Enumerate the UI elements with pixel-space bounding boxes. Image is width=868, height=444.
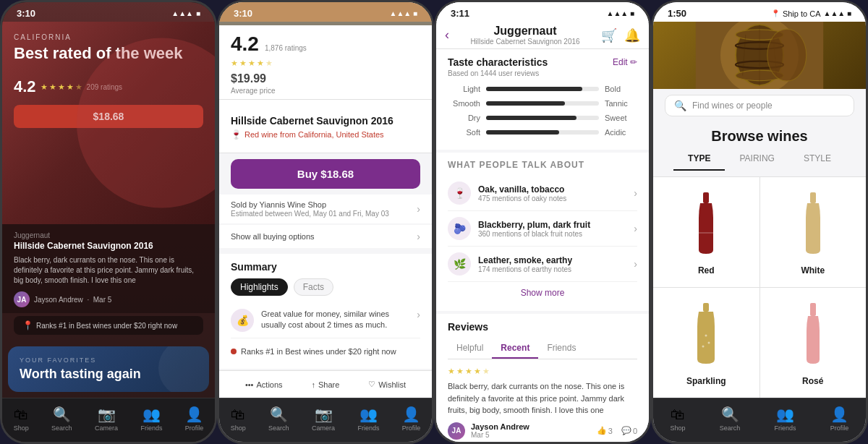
camera-icon-1: 📷 [98,406,116,423]
nav-shop-2[interactable]: 🛍 Shop [225,405,252,433]
leather-chevron: › [634,258,637,270]
review-like-btn[interactable]: 👍 3 [597,426,613,435]
nav-profile-2[interactable]: 👤 Profile [396,404,427,433]
taste-fill-soft-acidic [486,130,559,135]
share-btn-2[interactable]: ↑ Share [305,377,345,392]
taste-fill-smooth-tannic [486,101,565,106]
nav-shop-4[interactable]: 🛍 Shop [665,405,692,433]
nav-friends-4[interactable]: 👥 Friends [769,404,802,433]
search-icon-nav-1: 🔍 [53,406,71,423]
nav-camera-1[interactable]: 📷 Camera [89,404,124,433]
browse-tab-pairing[interactable]: PAIRING [725,148,788,171]
highlights-tab-2[interactable]: Highlights [231,278,288,296]
shop-icon-2: 🛍 [231,406,245,423]
origin-text-2: Red wine from California, United States [244,130,384,139]
camera-icon-2: 📷 [315,406,333,423]
status-bar-4: 1:50 📍 Ship to CA ▲▲▲ ■ [653,2,866,22]
review-tab-helpful[interactable]: Helpful [448,338,492,359]
talk-item-leather[interactable]: 🌿 Leather, smoke, earthy 174 mentions of… [448,247,637,282]
actions-btn-2[interactable]: ••• Actions [239,377,289,392]
nav-profile-4[interactable]: 👤 Profile [825,404,855,433]
browse-tab-type[interactable]: TYPE [673,148,725,171]
review-comment-btn[interactable]: 💬 0 [621,426,637,435]
wine-type-sparkling[interactable]: Sparkling [653,288,760,398]
search-bar-4[interactable]: 🔍 Find wines or people [665,95,854,116]
status-bar-3: 3:11 ▲▲▲ ■ [436,2,649,22]
taste-bar-dry-sweet [486,116,599,120]
wine-name-section-2: Juggernaut Hillside Cabernet Sauvignon 2… [219,100,432,153]
back-button-3[interactable]: ‹ [445,27,449,43]
bottom-nav-2: 🛍 Shop 🔍 Search 📷 Camera 👥 Friends 👤 Pro… [219,398,432,442]
rank-badge-1: 📍 Ranks #1 in Best wines under $20 right… [14,316,203,335]
phone-3: 3:11 ▲▲▲ ■ ‹ Juggernaut Hillside Caberne… [434,0,651,444]
wine-type-white[interactable]: White [760,177,867,287]
status-bar-1: 3:10 ▲▲▲ ■ [2,2,215,22]
hf-tabs-2: Highlights Facts [231,278,420,296]
sold-by-row-2[interactable]: Sold by Yiannis Wine Shop Estimated betw… [219,195,432,223]
show-more-btn-3[interactable]: Show more [448,282,637,304]
review-tab-recent[interactable]: Recent [492,338,538,359]
barrel-image-4 [653,22,866,89]
talk-item-blackberry[interactable]: 🫐 Blackberry, plum, dark fruit 360 menti… [448,211,637,247]
p2-star-5: ★ [265,59,273,68]
rating-row-1: 4.2 ★ ★ ★ ★ ★ 209 ratings [14,77,203,96]
nav-friends-1[interactable]: 👥 Friends [135,404,168,433]
rating-big-row-2: 4.2 1,876 ratings [231,33,420,56]
wine-type-rose[interactable]: Rosé [760,288,867,398]
sparkling-bottle-wrap [688,299,724,372]
svg-rect-22 [703,192,709,203]
nav-profile-label-1: Profile [185,424,204,432]
browse-tab-style[interactable]: STYLE [789,148,846,171]
phone3-nav-row: ‹ Juggernaut Hillside Cabernet Sauvignon… [436,22,649,48]
wishlist-btn-2[interactable]: ♡ Wishlist [362,377,412,392]
review-reviewer-date: Mar 5 [471,431,591,439]
taste-bar-light-bold [486,87,599,91]
star-4: ★ [67,82,74,92]
nav-shop-label-2: Shop [231,424,246,432]
wifi-3: ▲▲▲ ■ [606,9,634,17]
review-stars-3: ★ ★ ★ ★ ★ [448,367,637,376]
header-icons-3: 🛒 🔔 [601,27,640,43]
bell-icon-3[interactable]: 🔔 [624,27,640,43]
bottom-card-1: YOUR FAVORITES Worth tasting again [8,346,209,392]
search-input-4[interactable]: Find wines or people [692,101,845,111]
facts-tab-2[interactable]: Facts [294,278,333,296]
nav-profile-1[interactable]: 👤 Profile [179,404,210,433]
review-tab-friends[interactable]: Friends [538,338,584,359]
wine-title-1: Hillside Cabernet Sauvignon 2016 [14,241,203,251]
nav-shop-1[interactable]: 🛍 Shop [8,405,35,433]
buy-button-2[interactable]: Buy $18.68 [231,159,420,189]
status-time-3: 3:11 [451,8,469,19]
rose-bottle-svg [803,303,823,368]
wine-brand-1: Juggernaut [14,231,203,239]
sold-by-chevron: › [417,203,420,215]
show-buying-row[interactable]: Show all buying options › [219,225,432,248]
bottom-nav-4: 🛍 Shop 🔍 Search 👥 Friends 👤 Profile [653,398,866,442]
talk-info-leather: Leather, smoke, earthy 174 mentions of e… [478,255,634,273]
taste-label-sweet: Sweet [605,114,637,122]
price-button-1[interactable]: $18.68 [14,105,203,128]
nav-search-1[interactable]: 🔍 Search [46,404,78,433]
wine-type-red[interactable]: Red [653,177,760,287]
svg-point-26 [705,335,707,337]
status-time-4: 1:50 [668,8,686,19]
talk-item-oak[interactable]: 🍷 Oak, vanilla, tobacco 475 mentions of … [448,176,637,211]
nav-search-2[interactable]: 🔍 Search [263,404,295,433]
wifi-2: ▲▲▲ ■ [389,9,417,17]
search-header-4: 🔍 Find wines or people [653,89,866,122]
cart-icon-3[interactable]: 🛒 [601,27,617,43]
bottom-nav-1: 🛍 Shop 🔍 Search 📷 Camera 👥 Friends 👤 Pro… [2,398,215,442]
red-bottle-svg [694,192,718,257]
status-bar-2: 3:10 ▲▲▲ ■ [219,2,432,22]
nav-camera-2[interactable]: 📷 Camera [306,404,341,433]
nav-search-4[interactable]: 🔍 Search [714,404,746,433]
nav-profile-label-4: Profile [830,424,849,432]
taste-edit-3[interactable]: Edit ✏ [613,57,637,67]
taste-header-3: Taste characteristics Edit ✏ [448,56,637,68]
nav-camera-label-1: Camera [95,424,118,432]
wifi-4: ▲▲▲ ■ [823,9,851,17]
rating-value-1: 4.2 [14,77,36,96]
rank-icon-1: 📍 [22,320,33,330]
svg-rect-23 [699,232,713,234]
nav-friends-2[interactable]: 👥 Friends [352,404,385,433]
